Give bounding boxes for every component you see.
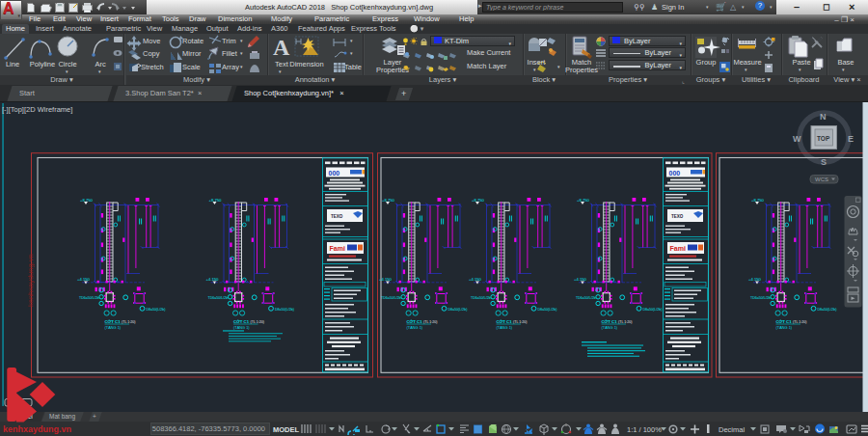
svg-text:WCS: WCS xyxy=(815,177,828,182)
svg-text:TOP: TOP xyxy=(817,135,830,142)
svg-text:kenhxaydung.vn: kenhxaydung.vn xyxy=(26,254,35,307)
svg-text:[-][Top][2D Wireframe]: [-][Top][2D Wireframe] xyxy=(2,105,72,114)
svg-text:Decimal: Decimal xyxy=(719,425,745,434)
svg-text:N: N xyxy=(820,112,827,122)
svg-text:W: W xyxy=(793,134,801,144)
svg-text:E: E xyxy=(848,134,854,144)
svg-text:1:1 / 100%: 1:1 / 100% xyxy=(627,425,662,434)
